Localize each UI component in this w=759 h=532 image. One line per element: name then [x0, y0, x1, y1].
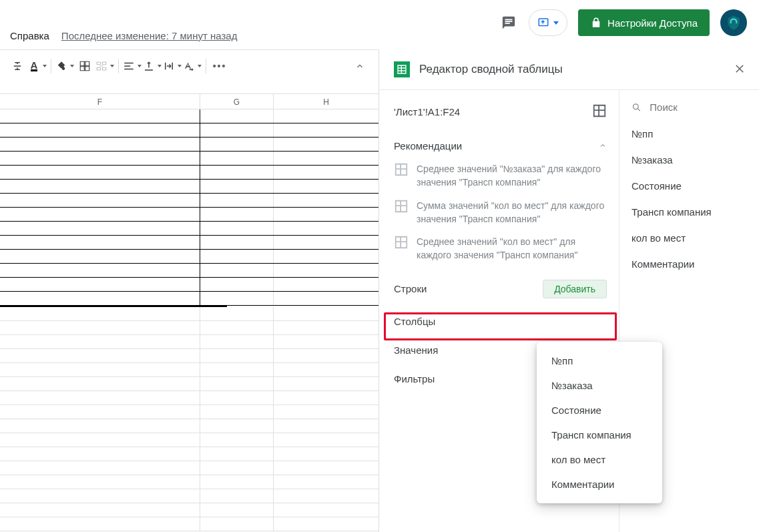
recommendations-header[interactable]: Рекомендации [394, 140, 607, 152]
table-row[interactable] [0, 335, 378, 349]
field-item[interactable]: Трансп компания [631, 206, 747, 218]
search-icon [631, 101, 642, 113]
table-row[interactable] [0, 419, 378, 433]
chevron-up-icon [355, 61, 364, 71]
table-row[interactable] [0, 391, 378, 405]
add-field-menu: №пп №заказа Состояние Трансп компания ко… [537, 342, 662, 503]
menu-item[interactable]: Состояние [537, 398, 662, 423]
select-range-button[interactable] [592, 103, 607, 120]
table-row[interactable] [0, 377, 378, 391]
columns-section: Столбцы [394, 316, 607, 327]
table-row[interactable] [0, 109, 378, 123]
vertical-align-button[interactable] [143, 57, 162, 75]
close-panel-button[interactable] [734, 63, 746, 77]
chevron-up-icon [599, 141, 607, 152]
table-row[interactable] [0, 405, 378, 419]
suggestion-item[interactable]: Среднее значений "кол во мест" для каждо… [394, 235, 607, 262]
spreadsheet-grid[interactable]: F G H [0, 93, 378, 532]
table-row[interactable] [0, 180, 378, 194]
table-row[interactable] [0, 208, 378, 222]
table-row[interactable] [0, 363, 378, 377]
comment-history-button[interactable] [499, 13, 518, 32]
table-row[interactable] [0, 194, 378, 208]
search-input[interactable] [648, 101, 747, 113]
suggestion-text: Среднее значений "кол во мест" для каждо… [417, 235, 607, 262]
table-row[interactable] [0, 123, 378, 138]
menu-item[interactable]: Комментарии [537, 472, 662, 497]
suggestion-text: Среднее значений "№заказа" для каждого з… [417, 162, 607, 190]
table-row[interactable] [0, 152, 378, 166]
toolbar-separator [206, 59, 206, 73]
table-row[interactable] [0, 489, 378, 503]
table-row[interactable] [0, 250, 378, 264]
strikethrough-button[interactable] [8, 57, 27, 75]
share-button[interactable]: Настройки Доступа [578, 9, 710, 36]
suggestion-icon [394, 235, 409, 262]
table-row[interactable] [0, 349, 378, 363]
col-header-h[interactable]: H [274, 94, 378, 109]
suggestion-item[interactable]: Сумма значений "кол во мест" для каждого… [394, 199, 607, 226]
suggestion-item[interactable]: Среднее значений "№заказа" для каждого з… [394, 162, 607, 190]
table-row[interactable] [0, 307, 378, 321]
merge-cells-button[interactable] [95, 57, 114, 75]
table-row[interactable] [0, 292, 378, 306]
available-fields: №пп №заказа Состояние Трансп компания ко… [631, 128, 747, 270]
recommendations-label: Рекомендации [394, 140, 462, 152]
suggestion-icon [394, 162, 409, 190]
present-button[interactable] [529, 9, 567, 36]
menu-help[interactable]: Справка [10, 30, 49, 41]
svg-point-1 [634, 103, 639, 109]
suggestion-icon [394, 199, 409, 226]
borders-button[interactable] [75, 57, 94, 75]
fill-color-button[interactable] [55, 57, 74, 75]
collapse-toolbar-button[interactable] [354, 57, 366, 75]
menu-item[interactable]: кол во мест [537, 447, 662, 472]
last-change-link[interactable]: Последнее изменение: 7 минут назад [61, 30, 238, 41]
field-item[interactable]: №заказа [631, 154, 747, 166]
avatar[interactable] [720, 9, 747, 36]
table-row[interactable] [0, 278, 378, 292]
text-color-button[interactable]: A [28, 57, 47, 75]
menu-item[interactable]: Трансп компания [537, 423, 662, 447]
col-header-g[interactable]: G [200, 94, 274, 109]
toolbar-separator [51, 59, 51, 73]
table-row[interactable] [0, 166, 378, 180]
suggestion-list: Среднее значений "№заказа" для каждого з… [394, 162, 607, 262]
table-row[interactable] [0, 461, 378, 475]
field-item[interactable]: №пп [631, 128, 747, 140]
field-search[interactable] [631, 101, 747, 113]
paint-bucket-icon [55, 60, 67, 72]
table-row[interactable] [0, 236, 378, 250]
table-row[interactable] [0, 321, 378, 335]
text-rotation-button[interactable] [183, 57, 202, 75]
table-row[interactable] [0, 433, 378, 447]
menu-item[interactable]: №пп [537, 348, 662, 373]
filters-label: Фильтры [394, 373, 435, 384]
menu-item[interactable]: №заказа [537, 373, 662, 398]
col-header-f[interactable]: F [0, 94, 200, 109]
table-row[interactable] [0, 517, 378, 531]
strikethrough-icon [11, 60, 23, 72]
wrap-icon [163, 60, 175, 72]
table-row[interactable] [0, 138, 378, 152]
add-rows-button[interactable]: Добавить [543, 280, 607, 298]
table-row[interactable] [0, 447, 378, 461]
data-range[interactable]: 'Лист1'!A1:F24 [394, 106, 587, 117]
horizontal-align-button[interactable] [123, 57, 142, 75]
field-item[interactable]: Комментарии [631, 258, 747, 270]
present-icon [537, 17, 549, 29]
column-headers: F G H [0, 93, 378, 109]
suggestion-text: Сумма значений "кол во мест" для каждого… [417, 199, 607, 226]
table-row[interactable] [0, 503, 378, 517]
share-label: Настройки Доступа [607, 17, 698, 29]
more-tools-button[interactable]: ••• [210, 57, 229, 75]
valign-bottom-icon [143, 60, 155, 72]
field-item[interactable]: кол во мест [631, 232, 747, 244]
toolbar-separator [118, 59, 119, 73]
table-row[interactable] [0, 264, 378, 278]
text-wrap-button[interactable] [163, 57, 182, 75]
table-row[interactable] [0, 222, 378, 236]
table-row[interactable] [0, 475, 378, 489]
field-item[interactable]: Состояние [631, 180, 747, 192]
caret-down-icon [553, 21, 559, 25]
